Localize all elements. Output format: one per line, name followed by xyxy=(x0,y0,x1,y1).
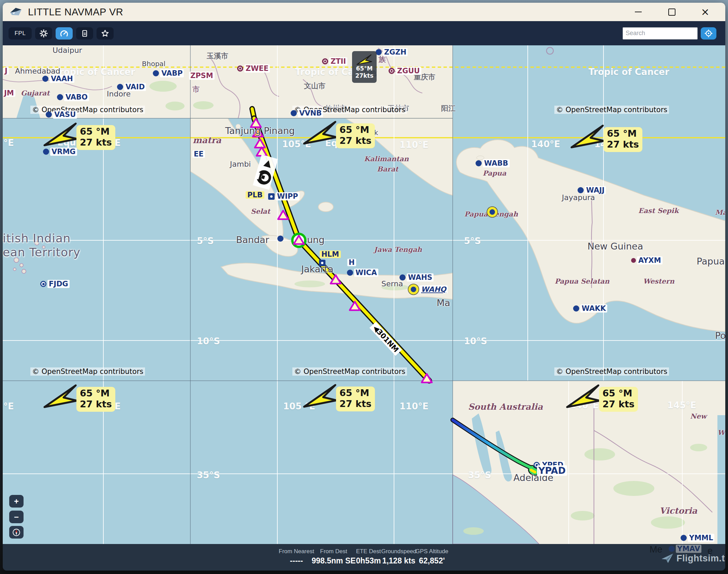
airport-WAKK[interactable]: WAKK xyxy=(573,304,607,313)
map-canvas[interactable]: ◀301NM UdaipurBhopalAhmedabadIndoreGujar… xyxy=(3,45,725,544)
airport-VABO[interactable]: VABO xyxy=(57,93,89,101)
wind-arrow-icon xyxy=(566,383,601,408)
airport-AYXM[interactable]: AYXM xyxy=(631,256,663,265)
wind-indicator: 65 °M27 kts xyxy=(43,383,115,412)
map-label: Tropic of Cancer xyxy=(588,67,669,77)
map-label: 5°S xyxy=(197,237,214,246)
airport-WICA[interactable]: WICA xyxy=(347,269,378,277)
airport-dot-icon xyxy=(669,546,675,552)
airport-dot-icon xyxy=(681,535,687,541)
airport-WABB[interactable]: WABB xyxy=(476,159,510,167)
minimize-button[interactable] xyxy=(634,7,643,16)
status-bar: MeeYMAV From Nearest -----From Dest 998.… xyxy=(3,544,725,571)
airport-ident: FJDG xyxy=(47,280,70,288)
airport-YPAD[interactable]: YPAD xyxy=(536,465,567,476)
airport-ident: VVNB xyxy=(298,109,323,117)
airport-dot-icon xyxy=(347,270,353,276)
map-label: 10°S xyxy=(464,337,487,346)
map-label: Jawa Tengah xyxy=(374,246,422,253)
status-field-from-nearest: From Nearest ----- xyxy=(279,544,314,565)
toolbar: FPL xyxy=(3,21,725,45)
airport-WAHS[interactable]: WAHS xyxy=(399,273,434,282)
paper-plane-icon xyxy=(661,553,674,564)
map-label: 玉溪市 xyxy=(207,52,228,60)
map-label: J xyxy=(3,67,9,75)
map-label: 35°S xyxy=(197,471,220,480)
map-label: Papua xyxy=(483,170,506,177)
window-title: LITTLE NAVMAP VR xyxy=(28,6,123,18)
document-button[interactable] xyxy=(76,27,93,40)
settings-button[interactable] xyxy=(35,27,52,40)
airport-WIPP[interactable]: WIPP xyxy=(268,192,300,200)
status-value: 1,128 kts xyxy=(381,556,416,565)
airport-dot-icon xyxy=(117,84,123,90)
vor-icon xyxy=(322,58,328,64)
search-input[interactable] xyxy=(623,27,698,40)
airport-FJDG[interactable]: FJDG xyxy=(40,280,70,288)
airport-WAHQ[interactable]: WAHQ xyxy=(408,284,448,294)
wind-label: 65 °M27 kts xyxy=(336,387,375,411)
wind-label: 65 °M27 kts xyxy=(603,127,642,152)
airport-ident: WAHQ xyxy=(420,285,448,293)
airport-ZWEE[interactable]: ZWEE xyxy=(237,64,270,73)
airport-VABP[interactable]: VABP xyxy=(153,69,184,77)
app-window: LITTLE NAVMAP VR × FPL xyxy=(3,3,725,571)
user-aircraft-icon[interactable] xyxy=(253,154,278,190)
map-label: New xyxy=(690,413,707,420)
vor-dme-icon xyxy=(319,260,325,266)
airport-WAJJ[interactable]: WAJJ xyxy=(578,186,606,194)
airport-ident: VASU xyxy=(53,110,77,119)
airport-ident: WAJJ xyxy=(585,186,606,194)
status-field-gps-altitude: GPS Altitude 62,852' xyxy=(416,544,448,565)
wind-pointer-box: 65°M 27kts xyxy=(352,51,377,83)
locate-button[interactable] xyxy=(701,27,716,40)
favorites-button[interactable] xyxy=(97,27,114,40)
map-label: Po xyxy=(715,331,725,341)
map-label: Ma xyxy=(715,209,725,216)
map-label: 市 xyxy=(192,86,200,93)
airport-unnamed[interactable] xyxy=(277,236,283,242)
airport-VVNB[interactable]: VVNB xyxy=(291,109,323,117)
airport-VAAH[interactable]: VAAH xyxy=(42,75,74,83)
map-label: Indore xyxy=(107,90,131,98)
map-label: 族 xyxy=(379,56,386,63)
airport-ident: WIPP xyxy=(276,192,300,200)
wind-indicator: 65 °M27 kts xyxy=(43,122,115,150)
status-label: GPS Altitude xyxy=(416,548,448,555)
wind-arrow-icon xyxy=(303,383,338,408)
status-label: Groundspeed xyxy=(381,548,416,555)
airport-ZGUU[interactable]: ZGUU xyxy=(389,67,421,75)
compass-reset-button[interactable] xyxy=(9,526,24,539)
airport-YMML[interactable]: YMML xyxy=(681,534,714,542)
zoom-out-button[interactable]: − xyxy=(9,511,24,523)
map-label: Udaipur xyxy=(53,46,82,54)
airport-unnamed[interactable] xyxy=(319,260,325,266)
airport-ident: ZPSM xyxy=(189,72,215,80)
map-display-button[interactable] xyxy=(56,27,73,40)
close-button[interactable]: × xyxy=(701,7,710,16)
aircraft-trail xyxy=(453,420,537,473)
airport-ZPSM[interactable]: ZPSM xyxy=(188,72,215,80)
map-label: Ma xyxy=(437,298,450,308)
maximize-button[interactable] xyxy=(667,7,676,16)
map-label: itish Indian xyxy=(3,232,71,245)
map-label: Tanjung Pinang xyxy=(225,126,295,136)
wind-label: 65 °M27 kts xyxy=(599,387,638,412)
airport-ident: VAID xyxy=(124,83,146,91)
zoom-in-button[interactable]: + xyxy=(9,495,24,508)
airport-ident: ZGZH xyxy=(383,48,408,56)
map-label: Jakarta xyxy=(301,265,333,274)
map-label: °E xyxy=(3,402,14,411)
map-label: matra xyxy=(193,136,221,145)
airport-ZTII[interactable]: ZTII xyxy=(322,57,347,65)
fpl-button[interactable]: FPL xyxy=(9,27,32,40)
airport-VASU[interactable]: VASU xyxy=(46,110,77,119)
airport-VAID[interactable]: VAID xyxy=(117,83,146,91)
airport-unnamed[interactable] xyxy=(487,207,497,217)
map-label: Kalimantan xyxy=(364,155,409,163)
wind-arrow-icon xyxy=(356,54,372,65)
map-label: East Sepik xyxy=(638,207,679,214)
map-label: 文山市 xyxy=(304,82,325,90)
status-label: ETE Dest xyxy=(356,548,381,555)
airport-ZGZH[interactable]: ZGZH xyxy=(376,48,408,56)
